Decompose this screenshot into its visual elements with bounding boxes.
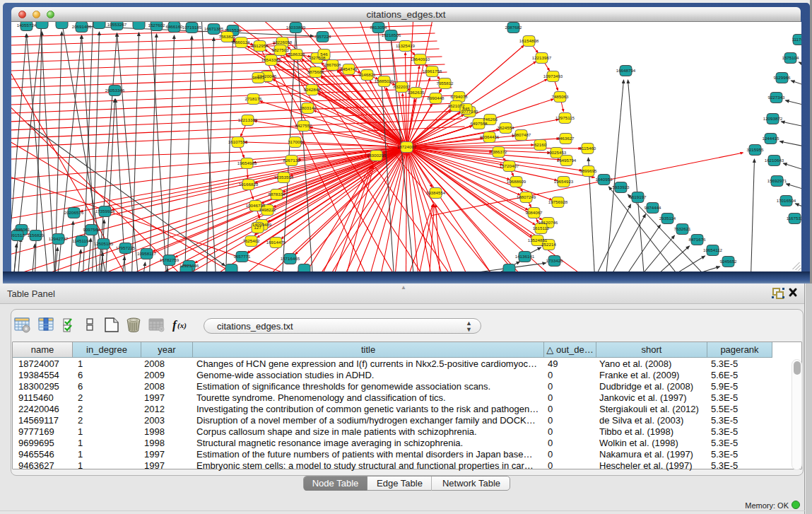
svg-text:26053346: 26053346: [105, 88, 125, 93]
svg-text:11325419: 11325419: [396, 43, 416, 48]
svg-text:9115460: 9115460: [579, 146, 596, 151]
svg-text:6794078: 6794078: [450, 94, 468, 99]
svg-text:9129966: 9129966: [773, 75, 791, 80]
svg-text:1733426: 1733426: [546, 258, 563, 263]
svg-text:7955812: 7955812: [436, 81, 454, 86]
svg-text:7357224: 7357224: [314, 34, 331, 39]
svg-text:12353594: 12353594: [274, 175, 294, 180]
svg-text:11451194: 11451194: [72, 238, 91, 243]
svg-text:20691406: 20691406: [72, 24, 92, 29]
svg-text:5933923: 5933923: [612, 185, 630, 189]
svg-text:4335061: 4335061: [13, 227, 30, 232]
svg-text:62160: 62160: [534, 142, 547, 147]
svg-text:8813054: 8813054: [370, 25, 387, 30]
svg-text:1167533: 1167533: [787, 216, 801, 221]
svg-text:98901: 98901: [252, 75, 265, 80]
svg-text:8454749: 8454749: [340, 66, 358, 71]
svg-text:7386372: 7386372: [490, 149, 507, 154]
svg-text:10025453: 10025453: [547, 150, 567, 155]
svg-text:3215955: 3215955: [746, 147, 764, 152]
svg-text:991513: 991513: [11, 233, 25, 238]
svg-text:127: 127: [254, 225, 261, 230]
svg-text:10688609: 10688609: [507, 179, 526, 184]
svg-text:1362635: 1362635: [407, 90, 425, 95]
svg-text:8186328: 8186328: [288, 52, 305, 57]
svg-text:1498222: 1498222: [259, 207, 276, 212]
svg-text:16782759: 16782759: [160, 257, 180, 262]
svg-text:9242848: 9242848: [303, 87, 321, 92]
svg-text:19218506: 19218506: [382, 33, 401, 37]
svg-text:2867608: 2867608: [324, 62, 341, 67]
svg-text:12975115: 12975115: [555, 115, 575, 120]
svg-text:15692971: 15692971: [767, 178, 787, 183]
svg-text:8990448: 8990448: [427, 95, 445, 100]
svg-text:18724007: 18724007: [397, 144, 417, 149]
svg-text:252214: 252214: [541, 242, 556, 247]
svg-text:10958117: 10958117: [137, 251, 157, 256]
svg-text:16154808: 16154808: [519, 38, 539, 43]
svg-text:19654923: 19654923: [554, 179, 574, 184]
svg-text:19166829: 19166829: [239, 182, 259, 187]
svg-text:8427552: 8427552: [295, 123, 312, 128]
svg-text:2935114: 2935114: [659, 216, 676, 221]
svg-text:7485063: 7485063: [551, 94, 569, 99]
svg-text:7563822: 7563822: [218, 34, 236, 39]
svg-text:9245652: 9245652: [719, 259, 737, 264]
svg-text:10973493: 10973493: [543, 74, 563, 78]
svg-text:7515520: 7515520: [224, 28, 242, 33]
svg-text:16961758: 16961758: [423, 69, 442, 74]
svg-text:9463627: 9463627: [557, 136, 575, 141]
svg-text:111703: 111703: [792, 37, 801, 42]
svg-text:15720407: 15720407: [500, 163, 519, 168]
svg-text:845: 845: [462, 106, 470, 111]
svg-text:9097568: 9097568: [83, 227, 100, 232]
svg-text:9084067: 9084067: [525, 210, 543, 215]
svg-text:16033809: 16033809: [286, 25, 306, 30]
svg-text:2718176: 2718176: [245, 96, 262, 101]
svg-text:746266: 746266: [483, 117, 498, 122]
svg-text:14136141: 14136141: [515, 254, 535, 259]
svg-text:9146821: 9146821: [358, 72, 376, 77]
svg-text:17957225: 17957225: [116, 245, 136, 250]
svg-text:9827503: 9827503: [271, 47, 289, 52]
svg-text:15885020: 15885020: [375, 78, 394, 83]
svg-text:12213389: 12213389: [238, 117, 258, 122]
svg-text:317006: 317006: [288, 139, 302, 144]
svg-text:18807249: 18807249: [517, 194, 536, 199]
svg-text:1156829: 1156829: [28, 233, 45, 238]
svg-text:15716465: 15716465: [281, 256, 300, 261]
svg-text:19756928: 19756928: [548, 199, 568, 204]
svg-text:10654112: 10654112: [703, 247, 723, 252]
svg-text:7625402: 7625402: [242, 238, 260, 243]
svg-text:12923446: 12923446: [180, 263, 199, 268]
svg-text:20364436: 20364436: [480, 134, 500, 139]
svg-text:16671385: 16671385: [204, 26, 224, 31]
svg-text:12213967: 12213967: [532, 55, 552, 60]
svg-text:14055724: 14055724: [17, 23, 37, 28]
svg-text:16495794: 16495794: [557, 158, 577, 163]
svg-text:6466160: 6466160: [165, 24, 183, 29]
svg-text:10807487: 10807487: [512, 132, 531, 137]
svg-text:9899695: 9899695: [579, 168, 597, 173]
svg-text:8267130: 8267130: [283, 158, 300, 163]
svg-text:546: 546: [320, 52, 328, 57]
svg-text:1615112: 1615112: [533, 226, 550, 230]
svg-text:19654985: 19654985: [237, 160, 257, 165]
svg-text:9474444: 9474444: [644, 205, 661, 210]
svg-text:2087682: 2087682: [505, 25, 522, 30]
svg-text:7632621: 7632621: [673, 226, 691, 231]
svg-text:16210643: 16210643: [765, 158, 784, 163]
svg-text:8322037: 8322037: [393, 84, 411, 89]
svg-text:3624554: 3624554: [497, 125, 514, 130]
svg-text:16543382: 16543382: [261, 57, 281, 62]
svg-text:10553267: 10553267: [107, 22, 127, 27]
svg-text:9619197: 9619197: [629, 194, 647, 199]
svg-text:9227343: 9227343: [767, 95, 785, 100]
svg-text:18640910: 18640910: [411, 57, 430, 62]
svg-text:8878334: 8878334: [268, 192, 286, 197]
svg-text:9657771: 9657771: [233, 254, 251, 259]
svg-text:8660124: 8660124: [233, 40, 250, 45]
svg-text:8471676: 8471676: [688, 237, 706, 242]
svg-text:16914479: 16914479: [266, 240, 286, 245]
svg-text:19384554: 19384554: [426, 190, 446, 195]
